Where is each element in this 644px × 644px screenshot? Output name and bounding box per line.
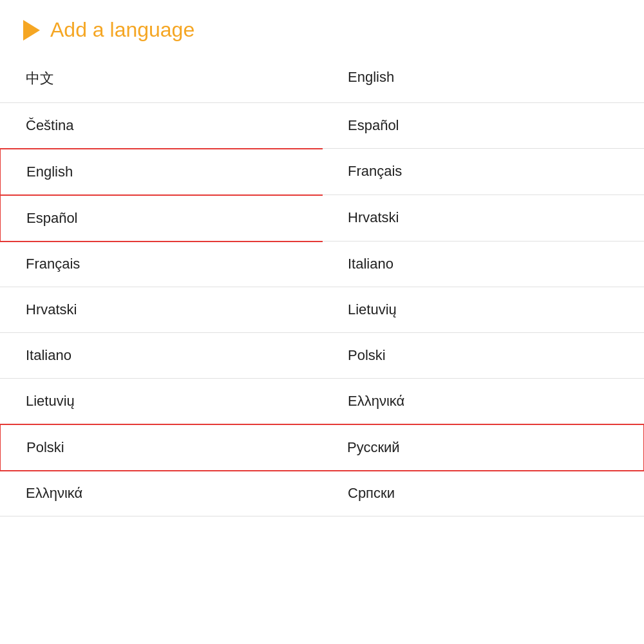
language-item[interactable]: Русский: [321, 424, 644, 471]
language-item[interactable]: English: [322, 55, 644, 103]
language-item[interactable]: Ελληνικά: [0, 471, 322, 516]
language-item[interactable]: Српски: [322, 471, 644, 516]
language-item[interactable]: Ελληνικά: [322, 379, 644, 424]
language-item[interactable]: Español: [0, 194, 323, 242]
language-item[interactable]: Italiano: [322, 242, 644, 287]
language-item[interactable]: Español: [322, 103, 644, 149]
language-item[interactable]: Lietuvių: [322, 287, 644, 333]
language-item[interactable]: Français: [322, 149, 644, 195]
language-item[interactable]: English: [0, 148, 323, 196]
language-item[interactable]: Lietuvių: [0, 379, 322, 424]
play-icon: [23, 20, 40, 41]
page-container: Add a language 中文EnglishČeštinaEspañolEn…: [0, 0, 644, 516]
language-item[interactable]: Polski: [0, 424, 323, 471]
language-item[interactable]: Polski: [322, 333, 644, 379]
language-item[interactable]: 中文: [0, 55, 322, 103]
page-title: Add a language: [50, 18, 194, 42]
language-item[interactable]: Hrvatski: [322, 195, 644, 242]
page-header: Add a language: [0, 0, 644, 55]
language-item[interactable]: Hrvatski: [0, 287, 322, 333]
language-item[interactable]: Français: [0, 242, 322, 287]
language-item[interactable]: Čeština: [0, 103, 322, 149]
language-item[interactable]: Italiano: [0, 333, 322, 379]
language-list: 中文EnglishČeštinaEspañolEnglishFrançaisEs…: [0, 55, 644, 516]
